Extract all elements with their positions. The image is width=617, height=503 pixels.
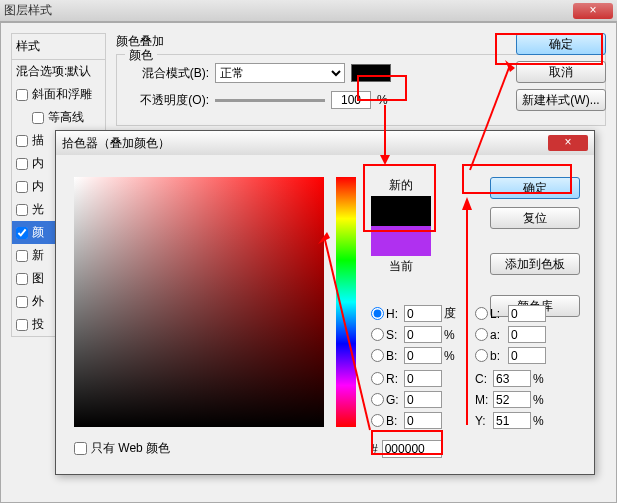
lab-b-input[interactable]: [508, 347, 546, 364]
radio-a[interactable]: [475, 328, 488, 341]
checkbox-drop-shadow[interactable]: [16, 319, 28, 331]
picker-reset-button[interactable]: 复位: [490, 207, 580, 229]
picker-title: 拾色器（叠加颜色）: [62, 135, 170, 152]
new-style-button[interactable]: 新建样式(W)...: [516, 89, 606, 111]
bri-input[interactable]: [404, 347, 442, 364]
preview-new-label: 新的: [371, 177, 431, 194]
m-input[interactable]: [493, 391, 531, 408]
checkbox-pattern[interactable]: [16, 273, 28, 285]
radio-lab-b[interactable]: [475, 349, 488, 362]
picker-title-bar: 拾色器（叠加颜色） ×: [56, 131, 594, 155]
picker-buttons: 确定 复位 添加到色板 颜色库: [490, 177, 580, 317]
color-values: H:度 L: S:% a: B:% b: R: C:% G: M:% B: Y:…: [371, 305, 580, 433]
opacity-label: 不透明度(O):: [129, 92, 209, 109]
hex-input[interactable]: [382, 440, 442, 458]
sidebar-item-contour[interactable]: 等高线: [12, 106, 105, 129]
radio-blue[interactable]: [371, 414, 384, 427]
window-close-button[interactable]: ×: [573, 3, 613, 19]
web-only-row: 只有 Web 颜色: [74, 440, 170, 457]
sidebar-header: 样式: [11, 33, 106, 59]
checkbox-stroke[interactable]: [16, 135, 28, 147]
g-input[interactable]: [404, 391, 442, 408]
sidebar-blend-default[interactable]: 混合选项:默认: [12, 60, 105, 83]
preview-current-label: 当前: [371, 258, 431, 275]
radio-l[interactable]: [475, 307, 488, 320]
color-field[interactable]: [74, 177, 324, 427]
h-input[interactable]: [404, 305, 442, 322]
checkbox-contour[interactable]: [32, 112, 44, 124]
picker-body: 新的 当前 确定 复位 添加到色板 颜色库 H:度 L: S:% a: B:%: [56, 155, 594, 474]
hex-row: #: [371, 440, 442, 458]
radio-h[interactable]: [371, 307, 384, 320]
s-input[interactable]: [404, 326, 442, 343]
radio-g[interactable]: [371, 393, 384, 406]
y-input[interactable]: [493, 412, 531, 429]
web-only-label: 只有 Web 颜色: [91, 440, 170, 457]
opacity-input[interactable]: [331, 91, 371, 109]
color-swatch[interactable]: [351, 64, 391, 82]
picker-ok-button[interactable]: 确定: [490, 177, 580, 199]
opacity-slider[interactable]: [215, 99, 325, 102]
color-fieldset-title: 颜色: [125, 47, 157, 64]
checkbox-color-overlay[interactable]: [16, 227, 28, 239]
checkbox-outer-glow[interactable]: [16, 296, 28, 308]
picker-close-button[interactable]: ×: [548, 135, 588, 151]
l-input[interactable]: [508, 305, 546, 322]
window-title-bar: 图层样式 ×: [0, 0, 617, 22]
preview-new-color: [371, 196, 431, 226]
ok-button[interactable]: 确定: [516, 33, 606, 55]
percent-label: %: [377, 93, 388, 107]
window-title: 图层样式: [4, 2, 52, 19]
checkbox-inner-shadow[interactable]: [16, 158, 28, 170]
a-input[interactable]: [508, 326, 546, 343]
sidebar-item-bevel[interactable]: 斜面和浮雕: [12, 83, 105, 106]
dialog-buttons: 确定 取消 新建样式(W)...: [516, 33, 606, 111]
r-input[interactable]: [404, 370, 442, 387]
radio-r[interactable]: [371, 372, 384, 385]
blue-input[interactable]: [404, 412, 442, 429]
checkbox-bevel[interactable]: [16, 89, 28, 101]
color-picker-dialog: 拾色器（叠加颜色） × 新的 当前 确定 复位 添加到色板 颜色库 H:度 L:…: [55, 130, 595, 475]
add-swatch-button[interactable]: 添加到色板: [490, 253, 580, 275]
blend-mode-label: 混合模式(B):: [129, 65, 209, 82]
hue-strip[interactable]: [336, 177, 356, 427]
color-preview: 新的 当前: [371, 177, 431, 275]
checkbox-inner-glow[interactable]: [16, 181, 28, 193]
cancel-button[interactable]: 取消: [516, 61, 606, 83]
web-only-checkbox[interactable]: [74, 442, 87, 455]
c-input[interactable]: [493, 370, 531, 387]
blend-mode-select[interactable]: 正常: [215, 63, 345, 83]
checkbox-satin[interactable]: [16, 204, 28, 216]
radio-b[interactable]: [371, 349, 384, 362]
checkbox-gradient[interactable]: [16, 250, 28, 262]
radio-s[interactable]: [371, 328, 384, 341]
preview-current-color[interactable]: [371, 226, 431, 256]
hash-label: #: [371, 442, 378, 456]
